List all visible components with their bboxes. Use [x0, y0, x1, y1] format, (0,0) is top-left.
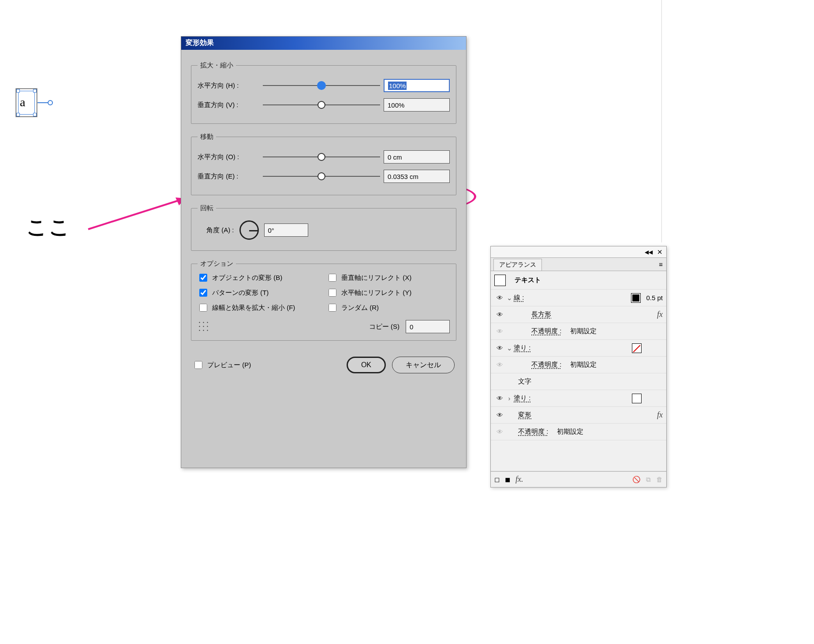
disclosure-down-icon[interactable]: ⌄ — [505, 294, 514, 302]
disclosure-down-icon[interactable]: ⌄ — [505, 344, 514, 352]
stroke-row[interactable]: 👁 ⌄ 線 : 0.5 pt — [491, 290, 666, 306]
slider-thumb-icon[interactable] — [317, 172, 325, 180]
fill-none-label[interactable]: 塗り : — [514, 344, 530, 352]
disclosure-right-icon[interactable]: › — [505, 395, 514, 402]
characters-row[interactable]: 👁 文字 — [491, 373, 666, 390]
move-group: 移動 水平方向 (O) : 0 cm 垂直方向 (E) : 0.0353 cm — [191, 133, 456, 195]
slider-thumb-icon[interactable] — [317, 81, 326, 90]
visibility-toggle-icon[interactable]: 👁 — [494, 344, 505, 352]
selection-handle-br[interactable] — [33, 113, 37, 116]
checkbox-icon[interactable] — [329, 289, 336, 297]
stroke-weight-value[interactable]: 0.5 pt — [646, 294, 663, 302]
delete-item-icon[interactable]: 🗑 — [656, 476, 663, 483]
panel-topbar: ◀◀ ✕ — [491, 246, 666, 258]
selected-object[interactable]: a — [16, 89, 37, 117]
appearance-target-row[interactable]: テキスト — [491, 271, 666, 290]
scale-strokes-checkbox[interactable]: 線幅と効果を拡大・縮小 (F) — [198, 302, 321, 313]
collapse-icon[interactable]: ◀◀ — [645, 249, 653, 255]
move-v-field[interactable]: 0.0353 cm — [384, 170, 450, 183]
fill-none-opacity-row[interactable]: 👁 不透明度 : 初期設定 — [491, 357, 666, 373]
target-thumbnail-icon — [494, 275, 506, 286]
transform-objects-checkbox[interactable]: オブジェクトの変形 (B) — [198, 272, 321, 283]
checkbox-icon[interactable] — [329, 304, 336, 312]
angle-value: 0° — [268, 227, 274, 234]
reference-point-picker[interactable] — [198, 320, 210, 333]
move-h-label: 水平方向 (O) : — [198, 153, 259, 161]
move-h-field[interactable]: 0 cm — [384, 150, 450, 164]
opacity-value-fillnone: 初期設定 — [570, 361, 597, 369]
move-h-slider[interactable] — [263, 150, 380, 164]
annotation-label: ここ — [26, 214, 71, 241]
tab-appearance[interactable]: アピアランス — [493, 259, 542, 271]
dialog-title: 変形効果 — [181, 37, 466, 50]
cancel-button[interactable]: キャンセル — [392, 357, 455, 373]
add-effect-icon[interactable]: fx. — [515, 475, 523, 484]
slider-thumb-icon[interactable] — [317, 101, 325, 109]
scale-strokes-label: 線幅と効果を拡大・縮小 (F) — [212, 304, 295, 312]
scale-h-value: 100% — [388, 82, 407, 90]
fx-icon[interactable]: fx — [657, 410, 663, 420]
artboard-edge — [661, 0, 814, 242]
random-checkbox[interactable]: ランダム (R) — [327, 302, 450, 313]
visibility-toggle-icon[interactable]: 👁 — [494, 328, 505, 335]
annotation-arrow — [88, 190, 194, 242]
transform-effect-label[interactable]: 変形 — [518, 411, 531, 419]
scale-v-slider[interactable] — [263, 98, 380, 112]
duplicate-item-icon[interactable]: ⧉ — [646, 476, 651, 484]
scale-v-field[interactable]: 100% — [384, 98, 450, 112]
transform-patterns-checkbox[interactable]: パターンの変形 (T) — [198, 287, 321, 298]
preview-checkbox[interactable]: プレビュー (P) — [193, 360, 251, 370]
visibility-toggle-icon[interactable]: 👁 — [494, 411, 505, 419]
opacity-label-stroke[interactable]: 不透明度 : — [531, 327, 561, 335]
fill-white-row[interactable]: 👁 › 塗り : — [491, 390, 666, 407]
angle-dial[interactable] — [239, 220, 259, 240]
characters-label: 文字 — [518, 377, 531, 386]
stroke-effect-rectangle-row[interactable]: 👁 長方形 fx — [491, 306, 666, 323]
selection-handle-tr[interactable] — [33, 89, 37, 93]
reflect-x-label: 垂直軸にリフレクト (X) — [341, 274, 411, 282]
clear-appearance-icon[interactable]: 🚫 — [632, 476, 641, 484]
ok-button[interactable]: OK — [347, 357, 386, 373]
checkbox-icon[interactable] — [194, 361, 202, 369]
scale-h-slider[interactable] — [263, 79, 380, 92]
move-v-slider[interactable] — [263, 170, 380, 183]
opacity-label-fillnone[interactable]: 不透明度 : — [531, 361, 561, 369]
scale-h-field[interactable]: 100% — [384, 79, 450, 92]
overall-opacity-row[interactable]: 👁 不透明度 : 初期設定 — [491, 424, 666, 440]
stroke-opacity-row[interactable]: 👁 不透明度 : 初期設定 — [491, 323, 666, 340]
visibility-toggle-icon[interactable]: 👁 — [494, 395, 505, 402]
checkbox-icon[interactable] — [199, 274, 207, 282]
visibility-toggle-icon[interactable]: 👁 — [494, 311, 505, 318]
reflect-x-checkbox[interactable]: 垂直軸にリフレクト (X) — [327, 272, 450, 283]
visibility-toggle-icon[interactable]: 👁 — [494, 294, 505, 302]
selection-handle-tl[interactable] — [16, 89, 20, 93]
checkbox-icon[interactable] — [199, 304, 207, 312]
stroke-effect-label[interactable]: 長方形 — [531, 310, 551, 319]
fill-none-swatch-icon[interactable] — [632, 343, 642, 353]
new-stroke-icon[interactable]: ◻ — [494, 476, 500, 484]
fill-none-row[interactable]: 👁 ⌄ 塗り : — [491, 340, 666, 357]
transform-effect-row[interactable]: 👁 変形 fx — [491, 407, 666, 424]
fill-white-swatch-icon[interactable] — [632, 394, 642, 403]
angle-field[interactable]: 0° — [264, 223, 308, 237]
panel-menu-icon[interactable]: ≡ — [659, 261, 663, 268]
reflect-y-checkbox[interactable]: 水平軸にリフレクト (Y) — [327, 287, 450, 298]
selection-handle-bl[interactable] — [16, 113, 20, 116]
stroke-swatch-icon[interactable] — [631, 293, 641, 303]
selection-out-port-icon[interactable] — [48, 100, 53, 105]
new-fill-icon[interactable]: ◼ — [505, 476, 510, 484]
options-legend: オプション — [198, 260, 236, 268]
checkbox-icon[interactable] — [329, 274, 336, 282]
preview-label: プレビュー (P) — [207, 361, 251, 369]
slider-thumb-icon[interactable] — [317, 153, 325, 161]
visibility-toggle-icon[interactable]: 👁 — [494, 361, 505, 369]
fill-white-label[interactable]: 塗り : — [514, 394, 530, 402]
close-icon[interactable]: ✕ — [657, 248, 663, 256]
opacity-label-overall[interactable]: 不透明度 : — [518, 428, 548, 436]
fx-icon[interactable]: fx — [657, 310, 663, 319]
copies-field[interactable]: 0 — [406, 320, 450, 333]
visibility-toggle-icon[interactable]: 👁 — [494, 428, 505, 436]
opacity-value-overall: 初期設定 — [557, 428, 583, 436]
stroke-label[interactable]: 線 : — [514, 294, 524, 302]
checkbox-icon[interactable] — [199, 289, 207, 297]
